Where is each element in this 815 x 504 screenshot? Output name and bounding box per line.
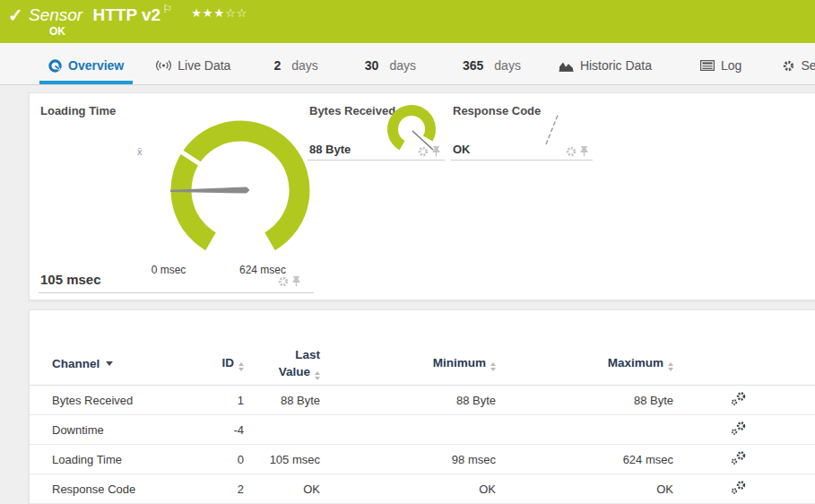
gauge-icon	[48, 59, 62, 73]
tab-365-days-number: 365	[463, 58, 483, 73]
tab-2-days[interactable]: 2days	[264, 58, 326, 84]
table-row: Response Code 2 OK OK OK	[30, 474, 815, 504]
tab-log[interactable]: Log	[691, 58, 750, 84]
loading-time-gauge	[151, 109, 330, 266]
pin-icon[interactable]	[292, 276, 300, 287]
tab-2-days-number: 2	[273, 58, 281, 73]
sensor-title: Sensor HTTP v2⚐ ★★★☆☆	[29, 3, 248, 25]
table-row: Loading Time 0 105 msec 98 msec 624 msec	[30, 445, 815, 474]
flag-icon[interactable]: ⚐	[162, 3, 172, 15]
gauge-max-label: 624 msec	[239, 264, 286, 276]
column-header-maximum[interactable]: Maximum	[496, 356, 673, 371]
sensor-title-prefix: Sensor	[29, 5, 82, 24]
tab-overview[interactable]: Overview	[39, 58, 133, 84]
tab-30-days-unit: days	[389, 58, 416, 73]
channel-name: Bytes Received	[52, 394, 195, 407]
loading-time-title: Loading Time	[40, 104, 116, 117]
channel-max: 88 Byte	[496, 394, 673, 407]
tab-30-days-number: 30	[365, 58, 379, 73]
tab-bar: Overview Live Data 2days 30days 365days …	[0, 43, 815, 85]
channel-name: Loading Time	[52, 453, 195, 466]
channel-min: 88 Byte	[320, 394, 496, 407]
loading-time-value: 105 msec	[40, 272, 101, 287]
tab-historic-data[interactable]: Historic Data	[550, 58, 661, 84]
tab-settings-label: Settings	[801, 58, 815, 73]
status-check-icon: ✓	[8, 4, 23, 26]
tab-live-data[interactable]: Live Data	[147, 58, 239, 84]
column-header-id[interactable]: ID	[195, 356, 244, 371]
table-row: Downtime -4	[30, 415, 815, 445]
tab-overview-label: Overview	[68, 58, 124, 73]
tab-30-days[interactable]: 30days	[356, 58, 425, 84]
pin-icon[interactable]	[432, 146, 440, 157]
channel-gear-icon[interactable]	[278, 276, 289, 287]
channel-max: OK	[496, 482, 673, 496]
response-code-title: Response Code	[453, 104, 541, 117]
channel-min: 98 msec	[320, 453, 496, 466]
channel-gear-icon[interactable]	[418, 146, 429, 157]
sort-icon	[315, 371, 320, 380]
divider	[39, 292, 314, 293]
channel-id: 0	[195, 453, 244, 466]
gauge-min-label: 0 msec	[152, 264, 186, 276]
sort-icon	[668, 362, 673, 371]
divider	[308, 160, 445, 161]
sensor-title-name: HTTP v2	[92, 5, 160, 24]
table-header-row: Channel ID Last Value Minimum Maximum	[30, 343, 815, 386]
channel-last: 105 msec	[244, 453, 320, 466]
tab-365-days[interactable]: 365days	[454, 58, 530, 84]
tab-365-days-unit: days	[494, 58, 521, 73]
edit-channel-gears-icon[interactable]	[731, 392, 747, 405]
bytes-received-value: 88 Byte	[309, 143, 351, 156]
channel-last: OK	[244, 482, 320, 496]
column-header-channel[interactable]: Channel	[52, 357, 195, 370]
priority-stars[interactable]: ★★★☆☆	[191, 6, 247, 20]
sensor-status-text: OK	[49, 25, 65, 38]
edit-channel-gears-icon[interactable]	[731, 481, 747, 494]
divider	[451, 160, 593, 161]
tab-historic-data-label: Historic Data	[580, 58, 652, 73]
channel-id: 2	[195, 482, 244, 496]
channels-table-panel: Channel ID Last Value Minimum Maximum By…	[29, 309, 815, 504]
tab-2-days-unit: days	[291, 58, 318, 73]
column-header-minimum[interactable]: Minimum	[320, 356, 496, 371]
response-code-value: OK	[453, 143, 471, 156]
channel-gear-icon[interactable]	[566, 146, 577, 157]
channel-max: 624 msec	[496, 453, 673, 466]
tab-settings[interactable]: Settings	[774, 58, 815, 84]
tab-log-label: Log	[721, 58, 741, 73]
tab-live-data-label: Live Data	[178, 58, 230, 73]
broadcast-icon	[156, 59, 171, 72]
gear-icon	[783, 60, 794, 72]
edit-channel-gears-icon[interactable]	[731, 421, 747, 435]
gauges-panel: Loading Time x̄ 0 msec 624 msec 105 msec…	[29, 92, 815, 300]
channel-name: Downtime	[52, 423, 195, 437]
log-list-icon	[700, 60, 715, 71]
channel-min: OK	[320, 482, 496, 496]
edit-channel-gears-icon[interactable]	[731, 451, 747, 465]
average-marker: x̄	[137, 146, 143, 157]
response-code-gauge	[541, 108, 564, 149]
channel-last: 88 Byte	[244, 394, 320, 407]
channel-id: -4	[195, 423, 244, 437]
sensor-header: ✓ Sensor HTTP v2⚐ ★★★☆☆ OK	[0, 0, 815, 43]
channel-name: Response Code	[52, 482, 195, 496]
column-header-last-value[interactable]: Last Value	[244, 347, 320, 379]
table-row: Bytes Received 1 88 Byte 88 Byte 88 Byte	[30, 386, 815, 415]
pin-icon[interactable]	[580, 146, 588, 157]
gauge-needle	[546, 113, 559, 144]
sort-caret-icon	[106, 361, 113, 366]
area-chart-icon	[559, 60, 574, 72]
channel-id: 1	[195, 394, 244, 407]
